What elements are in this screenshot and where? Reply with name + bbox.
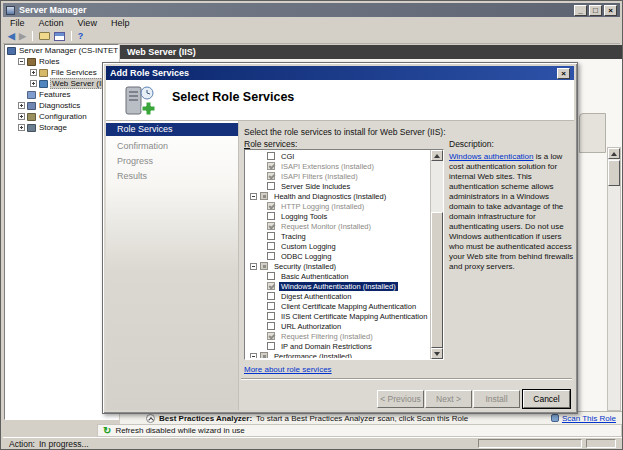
role-service-isapi-filters-installed[interactable]: ISAPI Filters (Installed) xyxy=(279,172,360,181)
scroll-up-icon[interactable] xyxy=(608,148,620,159)
role-service-request-monitor-installed[interactable]: Request Monitor (Installed) xyxy=(279,222,373,231)
minimize-button[interactable]: _ xyxy=(574,5,587,16)
dialog-intro-text: Select the role services to install for … xyxy=(244,127,446,137)
plus-expander-icon[interactable] xyxy=(30,69,37,76)
role-service-request-filtering-installed[interactable]: Request Filtering (Installed) xyxy=(279,332,375,341)
scan-this-role-link[interactable]: Scan This Role xyxy=(562,414,616,423)
back-icon[interactable]: ◀ xyxy=(8,31,15,42)
role-service-row: Security (Installed) xyxy=(246,261,429,271)
role-service-checkbox[interactable] xyxy=(267,222,275,230)
menu-action[interactable]: Action xyxy=(32,18,71,28)
help-icon[interactable]: ? xyxy=(78,31,84,42)
menu-file[interactable]: File xyxy=(3,18,32,28)
plus-expander-icon[interactable] xyxy=(18,113,25,120)
content-vertical-scrollbar[interactable] xyxy=(607,147,621,411)
role-service-cgi[interactable]: CGI xyxy=(279,152,296,161)
plus-expander-icon[interactable] xyxy=(18,124,25,131)
role-service-checkbox[interactable] xyxy=(267,172,275,180)
role-service-isapi-extensions-installed[interactable]: ISAPI Extensions (Installed) xyxy=(279,162,376,171)
role-service-checkbox[interactable] xyxy=(260,352,268,358)
refresh-note: Refresh disabled while wizard in use xyxy=(115,426,244,435)
role-service-http-logging-installed[interactable]: HTTP Logging (Installed) xyxy=(279,202,366,211)
role-service-tracing[interactable]: Tracing xyxy=(279,232,308,241)
list-vertical-scrollbar[interactable] xyxy=(430,150,443,359)
tree-item-storage[interactable]: Storage xyxy=(38,123,68,132)
role-service-digest-authentication[interactable]: Digest Authentication xyxy=(279,292,353,301)
install-button[interactable]: Install xyxy=(473,390,520,408)
list-scroll-up-icon[interactable] xyxy=(431,150,443,161)
role-service-checkbox[interactable] xyxy=(267,302,275,310)
role-service-checkbox[interactable] xyxy=(267,212,275,220)
role-service-checkbox[interactable] xyxy=(267,312,275,320)
tree-item-diagnostics[interactable]: Diagnostics xyxy=(38,101,81,110)
plus-expander-icon[interactable] xyxy=(18,102,25,109)
tree-item-roles[interactable]: Roles xyxy=(38,57,60,66)
role-service-odbc-logging[interactable]: ODBC Logging xyxy=(279,252,333,261)
step-results[interactable]: Results xyxy=(106,169,238,184)
minus-expander-icon[interactable] xyxy=(250,353,257,359)
role-service-checkbox[interactable] xyxy=(267,182,275,190)
console-window-icon[interactable] xyxy=(54,32,65,41)
web-server-icon xyxy=(39,80,48,88)
role-service-checkbox[interactable] xyxy=(267,332,275,340)
role-service-row: Windows Authentication (Installed) xyxy=(246,281,429,291)
role-service-row: IIS Client Certificate Mapping Authentic… xyxy=(246,311,429,321)
windows-authentication-link[interactable]: Windows authentication xyxy=(449,152,534,161)
plus-expander-icon[interactable] xyxy=(30,80,37,87)
role-service-checkbox[interactable] xyxy=(267,252,275,260)
role-service-logging-tools[interactable]: Logging Tools xyxy=(279,212,329,221)
tree-item-configuration[interactable]: Configuration xyxy=(38,112,88,121)
minus-expander-icon[interactable] xyxy=(18,58,25,65)
collapse-chevron-icon[interactable] xyxy=(146,414,155,423)
role-service-checkbox[interactable] xyxy=(267,242,275,250)
minus-expander-icon[interactable] xyxy=(250,193,257,200)
role-service-windows-authentication-installed[interactable]: Windows Authentication (Installed) xyxy=(279,282,398,291)
forward-icon[interactable]: ▶ xyxy=(19,31,26,42)
role-service-checkbox[interactable] xyxy=(267,232,275,240)
role-service-iis-client-certificate-mapping-authentication[interactable]: IIS Client Certificate Mapping Authentic… xyxy=(279,312,429,321)
menu-help[interactable]: Help xyxy=(104,18,137,28)
role-service-checkbox[interactable] xyxy=(260,262,268,270)
dialog-close-icon[interactable]: × xyxy=(557,68,570,79)
tree-item-file-services[interactable]: File Services xyxy=(50,68,98,77)
role-service-custom-logging[interactable]: Custom Logging xyxy=(279,242,338,251)
folder-icon[interactable] xyxy=(39,32,50,40)
role-service-row: IP and Domain Restrictions xyxy=(246,341,429,351)
list-scrollbar-thumb[interactable] xyxy=(431,212,443,348)
step-confirmation[interactable]: Confirmation xyxy=(106,139,238,154)
role-service-checkbox[interactable] xyxy=(267,322,275,330)
role-service-checkbox[interactable] xyxy=(267,152,275,160)
next-button[interactable]: Next > xyxy=(425,390,472,408)
role-service-checkbox[interactable] xyxy=(267,202,275,210)
role-service-url-authorization[interactable]: URL Authorization xyxy=(279,322,343,331)
role-service-checkbox[interactable] xyxy=(267,342,275,350)
role-services-listbox: CGIISAPI Extensions (Installed)ISAPI Fil… xyxy=(244,149,444,360)
close-button[interactable]: × xyxy=(604,5,617,16)
role-service-basic-authentication[interactable]: Basic Authentication xyxy=(279,272,351,281)
role-service-checkbox[interactable] xyxy=(267,162,275,170)
cancel-button[interactable]: Cancel xyxy=(523,390,570,408)
role-service-performance-installed[interactable]: Performance (Installed) xyxy=(272,352,354,359)
role-service-client-certificate-mapping-authentication[interactable]: Client Certificate Mapping Authenticatio… xyxy=(279,302,418,311)
role-service-row: Tracing xyxy=(246,231,429,241)
role-service-checkbox[interactable] xyxy=(267,272,275,280)
step-role-services[interactable]: Role Services xyxy=(106,123,238,136)
more-about-role-services-link[interactable]: More about role services xyxy=(244,365,332,374)
step-progress[interactable]: Progress xyxy=(106,154,238,169)
role-service-health-and-diagnostics-installed[interactable]: Health and Diagnostics (Installed) xyxy=(272,192,388,201)
role-service-checkbox[interactable] xyxy=(267,282,275,290)
maximize-button[interactable]: □ xyxy=(589,5,602,16)
previous-button[interactable]: < Previous xyxy=(377,390,424,408)
dialog-header: Select Role Services xyxy=(106,80,574,121)
role-service-server-side-includes[interactable]: Server Side Includes xyxy=(279,182,352,191)
tree-item-server-manager-cs-intetics06[interactable]: Server Manager (CS-INTETICS06) xyxy=(18,46,119,55)
scrollbar-thumb[interactable] xyxy=(608,160,620,186)
menu-view[interactable]: View xyxy=(71,18,104,28)
role-service-ip-and-domain-restrictions[interactable]: IP and Domain Restrictions xyxy=(279,342,374,351)
minus-expander-icon[interactable] xyxy=(250,263,257,270)
role-service-checkbox[interactable] xyxy=(260,192,268,200)
role-service-security-installed[interactable]: Security (Installed) xyxy=(272,262,338,271)
role-service-checkbox[interactable] xyxy=(267,292,275,300)
list-scroll-down-icon[interactable] xyxy=(431,348,443,359)
tree-item-features[interactable]: Features xyxy=(38,90,72,99)
